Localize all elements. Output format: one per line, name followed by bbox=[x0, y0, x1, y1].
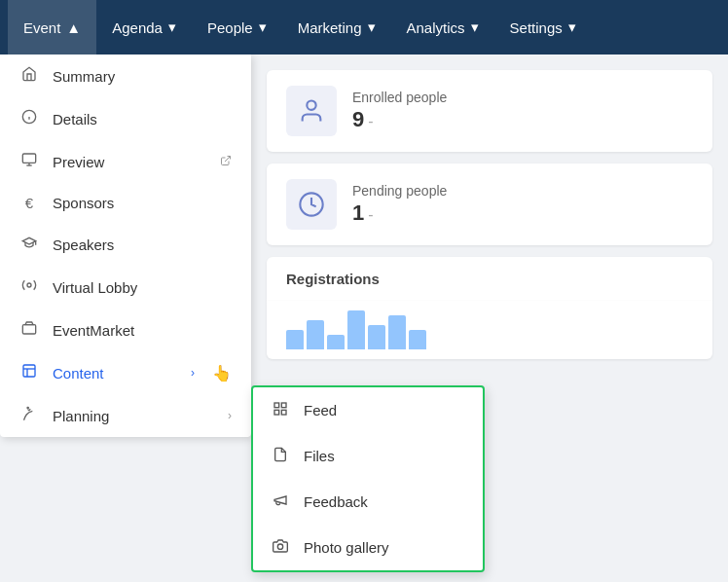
sidebar-item-summary[interactable]: Summary bbox=[0, 55, 251, 97]
feed-icon bbox=[271, 401, 290, 419]
sidebar-preview-label: Preview bbox=[53, 154, 104, 170]
sidebar-virtual-lobby-label: Virtual Lobby bbox=[53, 279, 137, 296]
sidebar-item-details[interactable]: Details bbox=[0, 97, 251, 140]
bar-3 bbox=[327, 335, 345, 349]
nav-analytics-chevron: ▾ bbox=[471, 18, 479, 36]
graduation-icon bbox=[19, 235, 39, 254]
registrations-title: Registrations bbox=[286, 271, 693, 287]
virtual-lobby-icon bbox=[19, 277, 39, 297]
nav-event[interactable]: Event ▲ bbox=[8, 0, 96, 55]
sidebar-planning-label: Planning bbox=[53, 408, 109, 424]
bar-2 bbox=[307, 320, 324, 349]
main-layout: Summary Details Preview € Sponsors bbox=[0, 55, 728, 582]
svg-rect-16 bbox=[281, 403, 286, 408]
megaphone-icon bbox=[271, 492, 290, 511]
content-arrow: › bbox=[191, 366, 195, 380]
bar-1 bbox=[286, 330, 304, 349]
planning-icon bbox=[19, 406, 39, 425]
content-submenu: Feed Files Feedback bbox=[251, 385, 485, 572]
nav-settings-chevron: ▾ bbox=[568, 18, 576, 36]
submenu-feedback[interactable]: Feedback bbox=[253, 479, 483, 525]
svg-rect-15 bbox=[274, 403, 279, 408]
svg-point-12 bbox=[27, 407, 28, 408]
nav-agenda[interactable]: Agenda ▾ bbox=[96, 0, 192, 55]
nav-event-label: Event bbox=[23, 19, 60, 36]
submenu-feedback-label: Feedback bbox=[304, 493, 368, 510]
nav-analytics[interactable]: Analytics ▾ bbox=[391, 0, 494, 55]
camera-icon bbox=[271, 538, 290, 557]
sidebar-speakers-label: Speakers bbox=[53, 236, 114, 253]
bar-7 bbox=[409, 330, 426, 349]
submenu-feed[interactable]: Feed bbox=[253, 387, 483, 433]
nav-people[interactable]: People ▾ bbox=[192, 0, 282, 55]
file-icon bbox=[271, 447, 290, 465]
pending-people-card: Pending people 1 - bbox=[267, 164, 712, 245]
svg-rect-8 bbox=[22, 325, 35, 334]
enrolled-value: 9 bbox=[352, 107, 364, 132]
svg-rect-18 bbox=[274, 410, 279, 415]
svg-point-13 bbox=[307, 101, 315, 110]
svg-rect-9 bbox=[23, 365, 35, 377]
sidebar-details-label: Details bbox=[53, 111, 97, 127]
bar-4 bbox=[347, 310, 365, 349]
home-icon bbox=[19, 66, 39, 86]
sidebar-item-virtual-lobby[interactable]: Virtual Lobby bbox=[0, 266, 251, 309]
registrations-header: Registrations bbox=[267, 257, 712, 301]
svg-rect-17 bbox=[281, 410, 286, 415]
sidebar-item-speakers[interactable]: Speakers bbox=[0, 223, 251, 266]
enrolled-label: Enrolled people bbox=[352, 90, 447, 105]
sidebar-item-planning[interactable]: Planning › bbox=[0, 394, 251, 437]
svg-rect-3 bbox=[22, 154, 35, 163]
graph-bar-area bbox=[267, 301, 712, 359]
sidebar-dropdown: Summary Details Preview € Sponsors bbox=[0, 55, 251, 437]
submenu-files[interactable]: Files bbox=[253, 433, 483, 479]
submenu-feed-label: Feed bbox=[304, 402, 337, 418]
svg-point-19 bbox=[277, 544, 282, 549]
nav-people-label: People bbox=[207, 19, 253, 36]
nav-marketing[interactable]: Marketing ▾ bbox=[282, 0, 391, 55]
nav-agenda-chevron: ▾ bbox=[168, 18, 176, 36]
sidebar-item-eventmarket[interactable]: EventMarket bbox=[0, 309, 251, 351]
monitor-icon bbox=[19, 152, 39, 171]
nav-marketing-chevron: ▾ bbox=[368, 18, 376, 36]
submenu-files-label: Files bbox=[304, 448, 335, 464]
info-icon bbox=[19, 109, 39, 128]
enrolled-dash: - bbox=[368, 113, 373, 130]
nav-settings-label: Settings bbox=[510, 19, 563, 36]
sidebar-summary-label: Summary bbox=[53, 68, 115, 85]
euro-icon: € bbox=[19, 195, 39, 211]
svg-line-6 bbox=[225, 156, 231, 162]
nav-settings[interactable]: Settings ▾ bbox=[494, 0, 592, 55]
sidebar-eventmarket-label: EventMarket bbox=[53, 322, 134, 339]
market-icon bbox=[19, 320, 39, 340]
sidebar-item-sponsors[interactable]: € Sponsors bbox=[0, 183, 251, 223]
pending-value: 1 bbox=[352, 200, 364, 226]
nav-agenda-label: Agenda bbox=[112, 19, 163, 36]
submenu-photo-gallery[interactable]: Photo gallery bbox=[253, 525, 483, 570]
pending-icon-wrap bbox=[286, 179, 337, 230]
top-nav: Event ▲ Agenda ▾ People ▾ Marketing ▾ An… bbox=[0, 0, 728, 55]
sidebar-item-content[interactable]: Content › 👆 bbox=[0, 351, 251, 394]
bar-6 bbox=[388, 315, 406, 349]
external-link-icon bbox=[220, 155, 232, 169]
sidebar-item-preview[interactable]: Preview bbox=[0, 140, 251, 183]
sidebar-sponsors-label: Sponsors bbox=[53, 195, 114, 211]
planning-arrow: › bbox=[228, 409, 232, 422]
nav-event-chevron: ▲ bbox=[66, 19, 81, 36]
enrolled-text: Enrolled people 9 - bbox=[352, 90, 447, 132]
cursor-icon: 👆 bbox=[212, 364, 232, 382]
pending-text: Pending people 1 - bbox=[352, 183, 447, 226]
pending-dash: - bbox=[368, 206, 373, 224]
pending-label: Pending people bbox=[352, 183, 447, 199]
nav-marketing-label: Marketing bbox=[298, 19, 362, 36]
sidebar-content-label: Content bbox=[53, 365, 104, 382]
submenu-photo-gallery-label: Photo gallery bbox=[304, 539, 389, 556]
svg-point-7 bbox=[27, 283, 31, 287]
nav-analytics-label: Analytics bbox=[407, 19, 465, 36]
enrolled-people-card: Enrolled people 9 - bbox=[267, 70, 712, 152]
nav-people-chevron: ▾ bbox=[259, 18, 267, 36]
enrolled-icon-wrap bbox=[286, 86, 337, 136]
bar-5 bbox=[368, 325, 385, 349]
content-icon bbox=[19, 363, 39, 382]
